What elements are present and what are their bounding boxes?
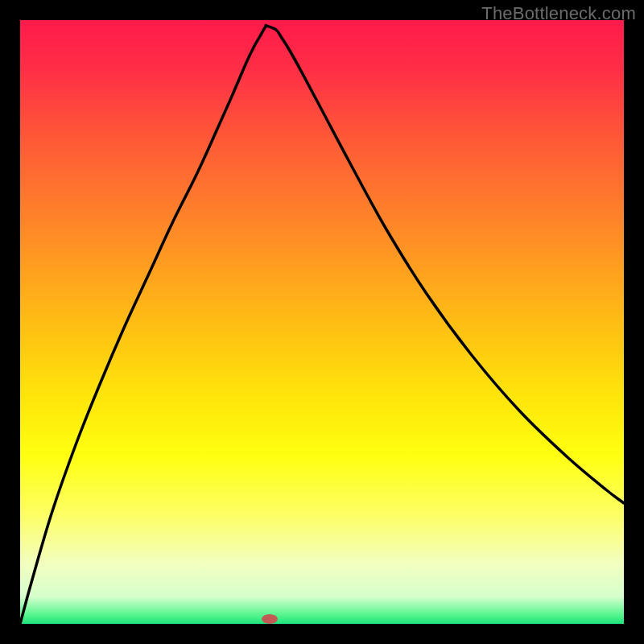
chart-svg [20,20,624,624]
watermark-text: TheBottleneck.com [481,3,636,24]
chart-frame: TheBottleneck.com [0,0,644,644]
plot-area [20,20,624,624]
optimum-marker [262,614,278,624]
